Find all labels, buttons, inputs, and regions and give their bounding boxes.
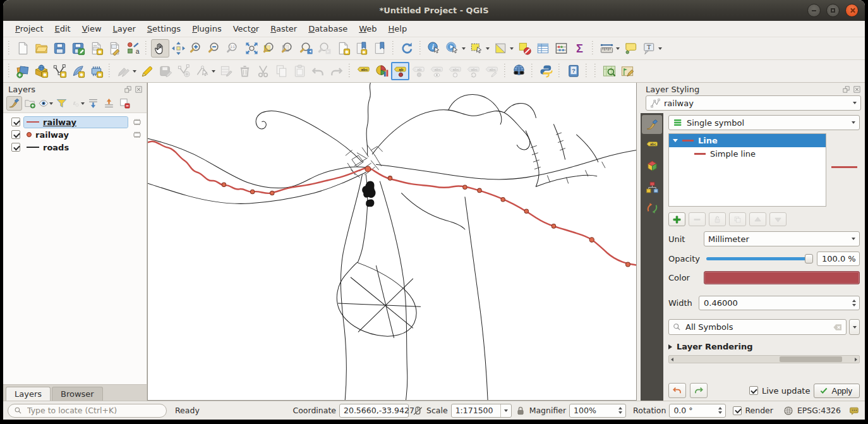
help-contents-button[interactable]: ? — [564, 62, 582, 80]
identify-features-button[interactable]: i — [425, 39, 443, 58]
chevron-down-icon[interactable] — [616, 47, 620, 50]
menu-edit[interactable]: Edit — [49, 22, 76, 35]
show-spatial-bookmarks-button[interactable]: ✱ — [353, 39, 371, 58]
layers-float-button[interactable] — [123, 85, 132, 94]
layer-visibility-checkbox[interactable] — [11, 130, 20, 139]
collapse-all-button[interactable] — [101, 96, 117, 111]
duplicate-symbol-layer-button[interactable] — [729, 212, 746, 226]
layer-item-railway-line[interactable]: railway — [3, 116, 147, 128]
save-layer-edits-button[interactable] — [157, 62, 175, 80]
zoom-native-button[interactable]: 1:1 — [224, 39, 243, 58]
chevron-down-icon[interactable] — [133, 70, 136, 73]
toolbar-drag-handle[interactable] — [558, 64, 561, 79]
expand-all-button[interactable] — [85, 96, 101, 111]
style-redo-button[interactable] — [690, 383, 708, 398]
pan-to-selection-button[interactable] — [169, 39, 188, 58]
save-project-button[interactable] — [51, 39, 69, 58]
redo-button[interactable] — [327, 62, 346, 80]
undo-button[interactable] — [309, 62, 327, 80]
toolbar-drag-handle[interactable] — [531, 64, 534, 79]
style-manager-button[interactable]: a — [124, 39, 142, 58]
zoom-full-button[interactable] — [243, 39, 261, 58]
unit-combo[interactable]: Millimeter — [704, 231, 860, 246]
tab-diagrams[interactable] — [642, 178, 662, 197]
digitize-button[interactable] — [175, 62, 193, 80]
render-checkbox[interactable] — [733, 406, 742, 415]
map-tips-button[interactable] — [622, 39, 640, 58]
menu-database[interactable]: Database — [303, 22, 353, 35]
zoom-in-button[interactable] — [188, 39, 206, 58]
new-print-layout-button[interactable]: ✱ — [87, 39, 105, 58]
run-feature-action-button[interactable] — [443, 39, 462, 58]
spinner-arrows[interactable] — [716, 407, 724, 414]
crs-globe-icon[interactable] — [783, 405, 794, 416]
layer-labeling-options-button[interactable]: abc — [354, 62, 373, 80]
new-spatial-bookmark-button[interactable]: ✱ — [334, 39, 353, 58]
chevron-down-icon[interactable] — [658, 47, 662, 50]
menu-plugins[interactable]: Plugins — [186, 22, 227, 35]
remove-layer-button[interactable] — [117, 96, 133, 111]
remove-symbol-layer-button[interactable] — [689, 212, 706, 226]
open-field-calculator-button[interactable] — [552, 39, 570, 58]
opacity-slider[interactable] — [706, 257, 812, 260]
statistical-summary-button[interactable]: Σ — [570, 39, 589, 58]
move-down-symbol-layer-button[interactable] — [769, 212, 787, 226]
spinner-arrows[interactable] — [616, 407, 624, 414]
highlight-pinned-labels-button[interactable]: ab — [409, 62, 428, 80]
save-project-as-button[interactable] — [69, 39, 87, 58]
magnifier-spinbox[interactable]: 100% — [569, 404, 626, 418]
copy-features-button[interactable] — [272, 62, 291, 80]
layer-rendering-section[interactable]: Layer Rendering — [668, 342, 860, 351]
tab-layers[interactable]: Layers — [6, 387, 51, 401]
select-by-expression-button[interactable] — [491, 39, 510, 58]
toolbar-drag-handle[interactable] — [419, 41, 422, 56]
menu-layer[interactable]: Layer — [107, 22, 142, 35]
move-up-symbol-layer-button[interactable] — [749, 212, 766, 226]
add-group-button[interactable] — [22, 96, 38, 111]
show-bookmark-manager-button[interactable] — [371, 39, 389, 58]
layer-item-railway-point[interactable]: railway — [3, 128, 147, 141]
maximize-button[interactable] — [826, 4, 840, 17]
coordinate-box[interactable]: 20.5660,-33.9427 — [339, 404, 409, 418]
select-features-button[interactable] — [467, 39, 486, 58]
text-annotation-button[interactable]: T — [640, 39, 658, 58]
clear-icon[interactable] — [833, 322, 843, 332]
current-edits-button[interactable] — [114, 62, 133, 80]
layer-visibility-checkbox[interactable] — [11, 143, 20, 152]
styling-float-button[interactable] — [841, 85, 850, 94]
layer-diagram-options-button[interactable] — [373, 62, 391, 80]
toolbar-drag-handle[interactable] — [586, 64, 588, 79]
paste-features-button[interactable] — [291, 62, 309, 80]
toolbar-drag-handle[interactable] — [594, 64, 597, 79]
locator-input[interactable] — [26, 405, 160, 416]
measure-button[interactable] — [598, 39, 616, 58]
color-button[interactable] — [704, 271, 860, 284]
zoom-out-button[interactable] — [206, 39, 224, 58]
zoom-next-button[interactable] — [316, 39, 334, 58]
vertex-tool-button[interactable] — [193, 62, 212, 80]
rotation-spinbox[interactable]: 0.0 ° — [669, 404, 726, 418]
tab-browser[interactable]: Browser — [52, 387, 103, 401]
map-canvas[interactable] — [147, 83, 637, 401]
toolbar-drag-handle[interactable] — [592, 41, 594, 56]
open-attribute-table-button[interactable] — [534, 39, 552, 58]
toolbar-drag-handle[interactable] — [145, 41, 148, 56]
move-label-button[interactable]: abc — [446, 62, 464, 80]
delete-selected-button[interactable] — [236, 62, 254, 80]
osm-place-search-button[interactable] — [600, 62, 618, 80]
close-button[interactable] — [845, 4, 859, 17]
new-virtual-layer-button[interactable]: ✱ — [87, 62, 105, 80]
tab-history[interactable] — [642, 198, 662, 217]
cut-features-button[interactable] — [254, 62, 272, 80]
new-geopackage-layer-button[interactable]: ✱ — [32, 62, 51, 80]
minimize-button[interactable] — [807, 4, 821, 17]
open-layer-styling-button[interactable] — [6, 96, 22, 111]
renderer-combo[interactable]: Single symbol — [668, 115, 860, 130]
tab-3d-view[interactable] — [642, 157, 662, 176]
tab-labels[interactable]: abc — [642, 136, 662, 155]
tab-symbology[interactable] — [642, 115, 662, 134]
layer-visibility-checkbox[interactable] — [11, 118, 20, 126]
chevron-down-icon[interactable] — [462, 47, 466, 50]
mouse-tracking-icon[interactable] — [412, 405, 423, 416]
scale-combo[interactable]: 1:171500 — [451, 404, 512, 418]
